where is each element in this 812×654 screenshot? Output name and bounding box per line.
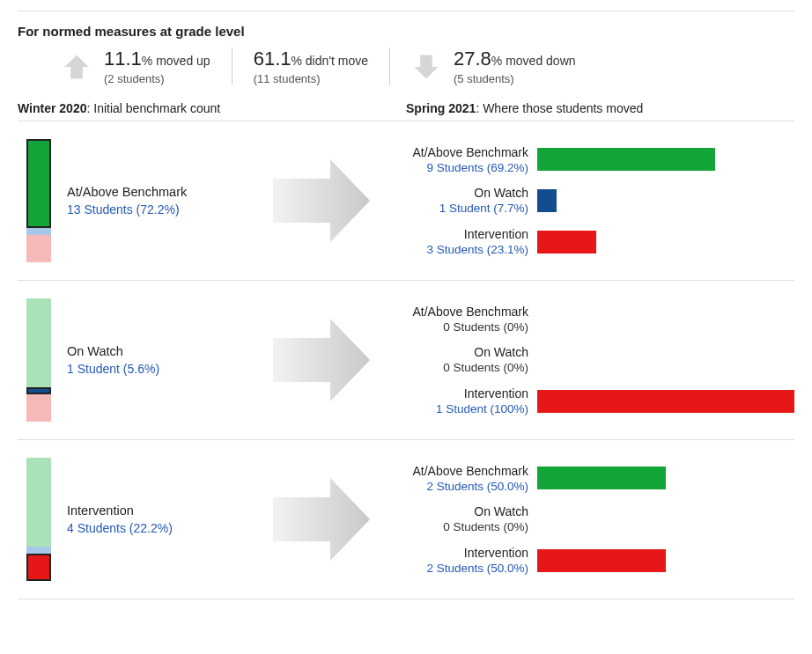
left-period-desc: : Initial benchmark count	[86, 101, 220, 115]
destination-category-label: On Watch	[388, 186, 528, 200]
initial-category-label: On Watch	[67, 344, 159, 358]
destination-row: Intervention3 Students (23.1%)	[388, 227, 794, 256]
destination-category-label: Intervention	[388, 546, 528, 560]
initial-count-link[interactable]: 1 Student (5.6%)	[67, 362, 159, 376]
right-period: Spring 2021	[406, 101, 476, 115]
destination-bar-track	[537, 307, 794, 330]
stacked-bar-segment	[26, 394, 51, 422]
initial-column: Intervention4 Students (22.2%)	[18, 458, 255, 581]
moved-up-pct: 11.1	[104, 48, 142, 70]
stacked-bar-segment	[26, 458, 51, 547]
right-period-desc: : Where those students moved	[476, 101, 643, 115]
initial-stacked-bar	[26, 458, 51, 581]
moved-down-pct: 27.8	[454, 48, 491, 70]
moved-up-label: % moved up	[142, 54, 210, 68]
stacked-bar-segment	[26, 235, 51, 262]
destination-category-label: At/Above Benchmark	[388, 305, 528, 319]
destination-count-link[interactable]: 1 Student (7.7%)	[388, 202, 528, 215]
destination-row: At/Above Benchmark2 Students (50.0%)	[388, 464, 794, 493]
destination-bar-track	[537, 349, 794, 371]
destination-row: At/Above Benchmark0 Students (0%)	[388, 305, 794, 334]
destination-bar	[537, 549, 666, 572]
destination-row: At/Above Benchmark9 Students (69.2%)	[388, 145, 794, 174]
stacked-bar-segment	[26, 228, 51, 235]
destination-row: On Watch0 Students (0%)	[388, 504, 794, 533]
transition-arrow-icon	[255, 139, 388, 262]
initial-label-block: At/Above Benchmark13 Students (72.2%)	[67, 185, 187, 217]
initial-category-label: At/Above Benchmark	[67, 185, 187, 199]
didnt-move-label: % didn't move	[291, 54, 368, 68]
destination-bar-track	[537, 467, 794, 489]
arrow-up-icon	[62, 52, 92, 82]
initial-stacked-bar	[26, 139, 51, 262]
destination-count-link[interactable]: 3 Students (23.1%)	[388, 243, 528, 256]
destination-bar	[537, 231, 596, 254]
destination-category-label: At/Above Benchmark	[388, 145, 528, 159]
destination-bar	[537, 148, 715, 171]
initial-column: On Watch1 Student (5.6%)	[18, 298, 255, 422]
destination-column: At/Above Benchmark9 Students (69.2%)On W…	[388, 139, 794, 262]
destination-bar-track	[537, 549, 794, 572]
destination-bar	[537, 390, 794, 413]
initial-category-label: Intervention	[67, 503, 173, 518]
destination-column: At/Above Benchmark0 Students (0%)On Watc…	[388, 298, 794, 422]
destination-bar-track	[537, 231, 794, 254]
stacked-bar-segment	[26, 139, 51, 228]
movement-group: At/Above Benchmark13 Students (72.2%) At…	[18, 121, 794, 280]
column-headers: Winter 2020: Initial benchmark count Spr…	[18, 101, 794, 115]
didnt-move-pct: 61.1	[254, 48, 292, 70]
initial-label-block: On Watch1 Student (5.6%)	[67, 344, 159, 376]
destination-count-link[interactable]: 2 Students (50.0%)	[388, 480, 528, 493]
moved-down-label: % moved down	[491, 54, 576, 68]
destination-count-link: 0 Students (0%)	[388, 320, 528, 334]
destination-bar-track	[537, 508, 794, 531]
destination-count-link: 0 Students (0%)	[388, 520, 528, 533]
stacked-bar-segment	[26, 298, 51, 387]
destination-row: Intervention1 Student (100%)	[388, 386, 794, 415]
destination-category-label: At/Above Benchmark	[388, 464, 528, 478]
stacked-bar-segment	[26, 547, 51, 554]
destination-bar	[537, 189, 557, 212]
destination-labels: At/Above Benchmark9 Students (69.2%)	[388, 145, 537, 174]
summary-didnt-move: 61.1% didn't move (11 students)	[232, 48, 389, 85]
summary-moved-down: 27.8% moved down (5 students)	[389, 48, 597, 85]
left-period: Winter 2020	[18, 101, 86, 115]
destination-column: At/Above Benchmark2 Students (50.0%)On W…	[388, 458, 794, 581]
destination-category-label: Intervention	[388, 386, 528, 400]
destination-labels: On Watch0 Students (0%)	[388, 345, 537, 374]
destination-bar-track	[537, 189, 794, 212]
destination-labels: Intervention2 Students (50.0%)	[388, 546, 537, 575]
didnt-move-detail: (11 students)	[254, 72, 368, 85]
destination-labels: At/Above Benchmark2 Students (50.0%)	[388, 464, 537, 493]
destination-labels: Intervention1 Student (100%)	[388, 386, 537, 415]
destination-bar-track	[537, 148, 794, 171]
destination-category-label: Intervention	[388, 227, 528, 241]
moved-up-detail: (2 students)	[104, 72, 210, 85]
destination-count-link[interactable]: 1 Student (100%)	[388, 402, 528, 415]
initial-label-block: Intervention4 Students (22.2%)	[67, 503, 173, 535]
stacked-bar-segment	[26, 387, 51, 394]
summary-moved-up: 11.1% moved up (2 students)	[18, 48, 232, 85]
initial-count-link[interactable]: 13 Students (72.2%)	[67, 202, 187, 217]
destination-row: On Watch1 Student (7.7%)	[388, 186, 794, 215]
initial-column: At/Above Benchmark13 Students (72.2%)	[18, 139, 255, 262]
destination-row: Intervention2 Students (50.0%)	[388, 546, 794, 575]
destination-count-link[interactable]: 9 Students (69.2%)	[388, 161, 528, 174]
summary-row: 11.1% moved up (2 students) 61.1% didn't…	[18, 48, 794, 85]
movement-group: On Watch1 Student (5.6%) At/Above Benchm…	[18, 280, 794, 439]
transition-arrow-icon	[255, 298, 388, 422]
destination-labels: On Watch0 Students (0%)	[388, 504, 537, 533]
destination-labels: On Watch1 Student (7.7%)	[388, 186, 537, 215]
destination-bar	[537, 467, 666, 489]
destination-count-link[interactable]: 2 Students (50.0%)	[388, 562, 528, 575]
stacked-bar-segment	[26, 554, 51, 581]
destination-bar-track	[537, 390, 794, 413]
transition-arrow-icon	[255, 458, 388, 581]
initial-stacked-bar	[26, 298, 51, 422]
destination-count-link: 0 Students (0%)	[388, 361, 528, 374]
section-title: For normed measures at grade level	[18, 24, 794, 39]
destination-category-label: On Watch	[388, 504, 528, 518]
initial-count-link[interactable]: 4 Students (22.2%)	[67, 521, 173, 535]
moved-down-detail: (5 students)	[454, 72, 576, 85]
destination-row: On Watch0 Students (0%)	[388, 345, 794, 374]
